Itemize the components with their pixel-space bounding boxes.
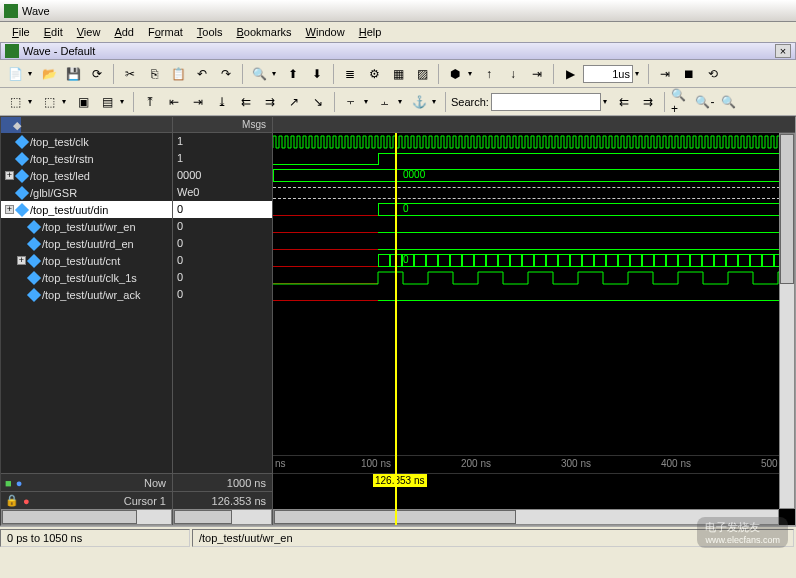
- group2-button[interactable]: ⬚: [38, 91, 60, 113]
- menu-view[interactable]: View: [71, 24, 107, 40]
- collapse-button[interactable]: ⫟: [340, 91, 362, 113]
- search-next-button[interactable]: ⇉: [637, 91, 659, 113]
- waveform-row[interactable]: [273, 235, 795, 252]
- menu-add[interactable]: Add: [108, 24, 140, 40]
- step-up-button[interactable]: ↑: [478, 63, 500, 85]
- config-button[interactable]: ⚙: [363, 63, 385, 85]
- run-button[interactable]: ▶: [559, 63, 581, 85]
- run-all-button[interactable]: ⇥: [654, 63, 676, 85]
- find-button[interactable]: 🔍: [248, 63, 270, 85]
- expand-button[interactable]: ⫠: [374, 91, 396, 113]
- edge-left-button[interactable]: ⇤: [163, 91, 185, 113]
- search-input[interactable]: [491, 93, 601, 111]
- add-icon[interactable]: ■: [5, 477, 12, 489]
- find-next-button[interactable]: ⬇: [306, 63, 328, 85]
- signal-row[interactable]: /top_test/rstn: [1, 150, 172, 167]
- goto-button[interactable]: ↗: [283, 91, 305, 113]
- search-history-arrow-icon[interactable]: ▾: [603, 97, 611, 106]
- signal-row[interactable]: +/top_test/led: [1, 167, 172, 184]
- expand-button[interactable]: +: [5, 171, 14, 180]
- dropdown-arrow-icon[interactable]: ▾: [272, 69, 280, 78]
- waveform-row[interactable]: [273, 218, 795, 235]
- waveform-row[interactable]: [273, 286, 795, 303]
- signal-row[interactable]: /top_test/uut/wr_en: [1, 218, 172, 235]
- cut-button[interactable]: ✂: [119, 63, 141, 85]
- waveform-panel[interactable]: 000000 ns 100 ns 200 ns 300 ns 400 ns 50…: [273, 117, 795, 525]
- redo-button[interactable]: ↷: [215, 63, 237, 85]
- signal-row[interactable]: +/top_test/uut/cnt: [1, 252, 172, 269]
- waveform-row[interactable]: [273, 269, 795, 286]
- menu-window[interactable]: Window: [300, 24, 351, 40]
- time-unit-arrow-icon[interactable]: ▾: [635, 69, 643, 78]
- cursor-time-flag[interactable]: 126.353 ns: [373, 474, 427, 487]
- waveform-row[interactable]: [273, 184, 795, 201]
- dropdown-arrow-icon[interactable]: ▾: [468, 69, 476, 78]
- zoom-in-button[interactable]: 🔍+: [670, 91, 692, 113]
- edge-right-button[interactable]: ⇥: [187, 91, 209, 113]
- signal-row[interactable]: +/top_test/uut/din: [1, 201, 172, 218]
- undo-button[interactable]: ↶: [191, 63, 213, 85]
- expand-button[interactable]: +: [5, 205, 14, 214]
- step-down-button[interactable]: ↓: [502, 63, 524, 85]
- copy-button[interactable]: ⎘: [143, 63, 165, 85]
- restart-button[interactable]: ⟲: [702, 63, 724, 85]
- grid-button[interactable]: ▦: [387, 63, 409, 85]
- dropdown-arrow-icon[interactable]: ▾: [432, 97, 440, 106]
- layout-button[interactable]: ▣: [72, 91, 94, 113]
- edge-fall-button[interactable]: ⤓: [211, 91, 233, 113]
- waveform-row[interactable]: 0: [273, 252, 795, 269]
- signal-row[interactable]: /top_test/clk: [1, 133, 172, 150]
- run-time-input[interactable]: [583, 65, 633, 83]
- dropdown-arrow-icon[interactable]: ▾: [364, 97, 372, 106]
- menu-bookmarks[interactable]: Bookmarks: [231, 24, 298, 40]
- dropdown-arrow-icon[interactable]: ▾: [398, 97, 406, 106]
- grid2-button[interactable]: ▨: [411, 63, 433, 85]
- find-prev-button[interactable]: ⬆: [282, 63, 304, 85]
- expand-button[interactable]: +: [17, 256, 26, 265]
- edge-rise-button[interactable]: ⤒: [139, 91, 161, 113]
- next-edge-button[interactable]: ⇉: [259, 91, 281, 113]
- cursor-ruler[interactable]: 126.353 ns: [273, 473, 795, 491]
- globe-icon[interactable]: ●: [16, 477, 23, 489]
- signal-row[interactable]: /glbl/GSR: [1, 184, 172, 201]
- remove-icon[interactable]: ●: [23, 495, 30, 507]
- menu-help[interactable]: Help: [353, 24, 388, 40]
- prev-edge-button[interactable]: ⇇: [235, 91, 257, 113]
- search-prev-button[interactable]: ⇇: [613, 91, 635, 113]
- new-button[interactable]: 📄: [4, 63, 26, 85]
- group-button[interactable]: ⬚: [4, 91, 26, 113]
- zoom-fit-button[interactable]: 🔍: [718, 91, 740, 113]
- doc-close-button[interactable]: ×: [775, 44, 791, 58]
- signal-row[interactable]: /top_test/uut/rd_en: [1, 235, 172, 252]
- waveform-row[interactable]: 0000: [273, 167, 795, 184]
- dropdown-arrow-icon[interactable]: ▾: [28, 97, 36, 106]
- menu-edit[interactable]: Edit: [38, 24, 69, 40]
- menu-tools[interactable]: Tools: [191, 24, 229, 40]
- layout2-button[interactable]: ▤: [96, 91, 118, 113]
- step-into-button[interactable]: ⇥: [526, 63, 548, 85]
- menu-format[interactable]: Format: [142, 24, 189, 40]
- waveform-row[interactable]: [273, 150, 795, 167]
- stack-button[interactable]: ≣: [339, 63, 361, 85]
- waveform-row[interactable]: [273, 133, 795, 150]
- save-button[interactable]: 💾: [62, 63, 84, 85]
- corner-widget[interactable]: ◆: [1, 117, 21, 133]
- break-button[interactable]: ⬢: [444, 63, 466, 85]
- paste-button[interactable]: 📋: [167, 63, 189, 85]
- zoom-out-button[interactable]: 🔍-: [694, 91, 716, 113]
- menu-file[interactable]: File: [6, 24, 36, 40]
- stop-button[interactable]: ⏹: [678, 63, 700, 85]
- anchor-button[interactable]: ⚓: [408, 91, 430, 113]
- lock-icon[interactable]: 🔒: [5, 494, 19, 507]
- cursor-marker[interactable]: [395, 133, 397, 525]
- dropdown-arrow-icon[interactable]: ▾: [28, 69, 36, 78]
- values-hscrollbar[interactable]: [173, 509, 272, 525]
- names-hscrollbar[interactable]: [1, 509, 172, 525]
- open-button[interactable]: 📂: [38, 63, 60, 85]
- goto2-button[interactable]: ↘: [307, 91, 329, 113]
- dropdown-arrow-icon[interactable]: ▾: [120, 97, 128, 106]
- dropdown-arrow-icon[interactable]: ▾: [62, 97, 70, 106]
- waveform-row[interactable]: 0: [273, 201, 795, 218]
- reload-button[interactable]: ⟳: [86, 63, 108, 85]
- signal-row[interactable]: /top_test/uut/clk_1s: [1, 269, 172, 286]
